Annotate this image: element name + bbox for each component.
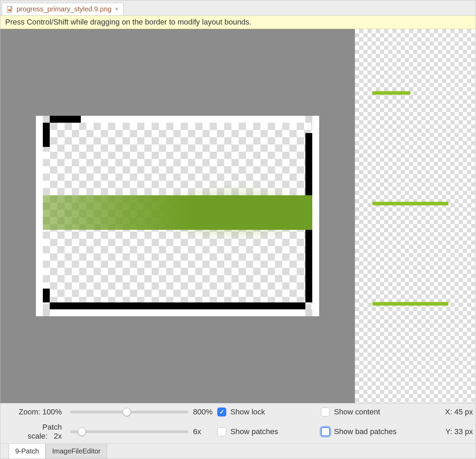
checkbox-icon [217,427,226,436]
patch-marker-top[interactable] [50,116,81,123]
preview-pane[interactable] [355,29,476,403]
canvas-corner [305,116,312,123]
main-area [0,29,476,403]
canvas-corner [305,309,312,316]
bottom-tab-bar: 9-Patch ImageFileEditor [0,443,476,459]
patch-marker-left-bottom[interactable] [43,289,50,302]
progress-graphic [43,195,312,230]
preview-sample [372,91,410,95]
checkbox-icon [321,427,330,436]
cursor-x: X: 45 px [421,408,473,416]
patch-marker-bottom[interactable] [50,302,305,309]
zoom-min-label: 100% [42,408,62,416]
patch-scale-max-label: 6x [193,427,217,436]
svg-rect-1 [8,9,11,11]
file-tab[interactable]: progress_primary_styled.9.png × [2,3,124,15]
checkbox-label: Show lock [230,408,265,416]
checkbox-icon [217,408,226,416]
checkbox-label: Show patches [230,427,278,436]
zoom-max-label: 800% [193,408,217,416]
tab-image-file-editor[interactable]: ImageFileEditor [46,444,107,459]
canvas-corner [43,116,50,123]
file-tab-label: progress_primary_styled.9.png [17,5,112,13]
checkbox-label: Show content [334,408,380,416]
progress-bar [43,195,312,230]
patch-scale-slider[interactable] [70,430,188,433]
editor-canvas-pane[interactable] [0,29,355,403]
canvas-corner [43,309,50,316]
show-bad-patches-checkbox[interactable]: Show bad patches [321,427,421,436]
patch-marker-left[interactable] [43,123,50,147]
preview-sample [372,302,448,306]
close-icon[interactable]: × [115,6,119,13]
show-patches-checkbox[interactable]: Show patches [217,427,321,436]
checkbox-label: Show bad patches [334,427,397,436]
zoom-slider[interactable] [70,411,188,413]
tab-9patch[interactable]: 9-Patch [9,444,46,459]
controls-bar: Zoom: 100% 800% Show lock Show content X… [0,403,476,443]
hint-bar: Press Control/Shift while dragging on th… [0,16,476,29]
zoom-label: Zoom: [19,408,40,416]
preview-sample [372,202,448,205]
cursor-y: Y: 33 px [421,427,473,436]
slider-thumb[interactable] [123,408,131,416]
show-content-checkbox[interactable]: Show content [321,408,421,416]
ninepatch-canvas[interactable] [36,116,319,316]
splitter-handle[interactable] [355,216,357,221]
file-tab-bar: progress_primary_styled.9.png × [0,0,476,16]
show-lock-checkbox[interactable]: Show lock [217,408,321,416]
checkbox-icon [321,408,330,416]
patch-scale-min-label: 2x [54,432,62,440]
slider-thumb[interactable] [78,428,86,436]
image-file-icon [7,6,13,13]
